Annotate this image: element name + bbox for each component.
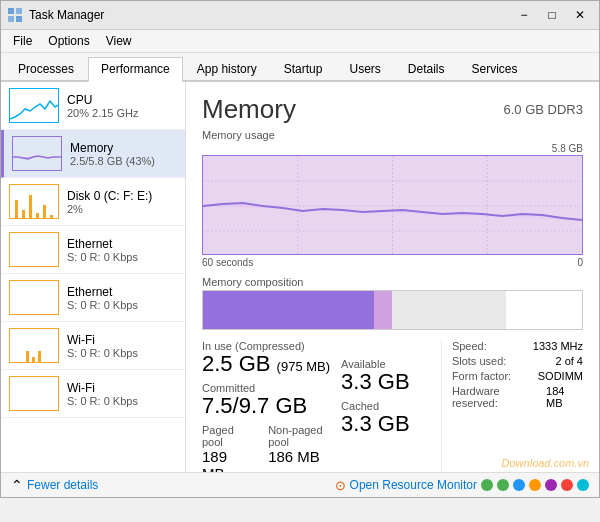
paged-pool-stat: Paged pool 189 MB bbox=[202, 424, 248, 472]
time-label-right: 0 bbox=[577, 257, 583, 268]
chart-time-labels: 60 seconds 0 bbox=[202, 257, 583, 268]
tab-performance[interactable]: Performance bbox=[88, 57, 183, 82]
ethernet1-subtitle: S: 0 R: 0 Kbps bbox=[67, 251, 177, 263]
pool-stats: Paged pool 189 MB Non-paged pool 186 MB bbox=[202, 424, 333, 472]
composition-bar bbox=[202, 290, 583, 330]
middle-stats: Available 3.3 GB Cached 3.3 GB bbox=[341, 340, 433, 472]
menu-view[interactable]: View bbox=[98, 32, 140, 50]
memory-subtitle: 2.5/5.8 GB (43%) bbox=[70, 155, 177, 167]
nonpaged-pool-label: Non-paged pool bbox=[268, 424, 333, 448]
maximize-button[interactable]: □ bbox=[539, 5, 565, 25]
svg-rect-6 bbox=[29, 195, 32, 218]
paged-pool-value: 189 MB bbox=[202, 448, 248, 472]
open-resource-monitor-link[interactable]: Open Resource Monitor bbox=[350, 478, 477, 492]
wifi1-subtitle: S: 0 R: 0 Kbps bbox=[67, 347, 177, 359]
speed-label: Speed: bbox=[452, 340, 487, 352]
ethernet2-subtitle: S: 0 R: 0 Kbps bbox=[67, 299, 177, 311]
minimize-button[interactable]: − bbox=[511, 5, 537, 25]
svg-rect-1 bbox=[16, 8, 22, 14]
detail-title: Memory bbox=[202, 94, 296, 125]
svg-rect-15 bbox=[38, 351, 41, 362]
comp-modified bbox=[374, 291, 393, 329]
title-bar: Task Manager − □ ✕ bbox=[1, 1, 599, 30]
status-dot-6 bbox=[561, 479, 573, 491]
speed-value: 1333 MHz bbox=[533, 340, 583, 352]
ethernet1-title: Ethernet bbox=[67, 237, 177, 251]
sidebar-item-ethernet1[interactable]: Ethernet S: 0 R: 0 Kbps bbox=[1, 226, 185, 274]
wifi1-graph bbox=[9, 328, 59, 363]
wifi2-subtitle: S: 0 R: 0 Kbps bbox=[67, 395, 177, 407]
svg-rect-4 bbox=[15, 200, 18, 218]
menu-bar: File Options View bbox=[1, 30, 599, 53]
menu-options[interactable]: Options bbox=[40, 32, 97, 50]
chart-max-label: 5.8 GB bbox=[552, 143, 583, 154]
usage-chart-container: Memory usage 5.8 GB bbox=[202, 129, 583, 268]
nonpaged-pool-stat: Non-paged pool 186 MB bbox=[268, 424, 333, 472]
cpu-info: CPU 20% 2.15 GHz bbox=[67, 93, 177, 119]
usage-label: Memory usage bbox=[202, 129, 583, 141]
svg-rect-3 bbox=[16, 16, 22, 22]
sidebar-item-memory[interactable]: Memory 2.5/5.8 GB (43%) bbox=[1, 130, 185, 178]
status-dot-1 bbox=[481, 479, 493, 491]
ethernet2-info: Ethernet S: 0 R: 0 Kbps bbox=[67, 285, 177, 311]
svg-rect-7 bbox=[36, 213, 39, 218]
formfactor-value: SODIMM bbox=[538, 370, 583, 382]
status-dot-2 bbox=[497, 479, 509, 491]
sidebar-item-wifi2[interactable]: Wi-Fi S: 0 R: 0 Kbps bbox=[1, 370, 185, 418]
window-title: Task Manager bbox=[29, 8, 104, 22]
paged-pool-label: Paged pool bbox=[202, 424, 248, 448]
hwreserved-stat: Hardware reserved: 184 MB bbox=[452, 385, 583, 409]
svg-rect-8 bbox=[43, 205, 46, 218]
available-stat: Available 3.3 GB bbox=[341, 358, 433, 394]
sidebar-item-wifi1[interactable]: Wi-Fi S: 0 R: 0 Kbps bbox=[1, 322, 185, 370]
usage-chart bbox=[202, 155, 583, 255]
svg-rect-9 bbox=[50, 215, 53, 218]
detail-header: Memory 6.0 GB DDR3 bbox=[202, 94, 583, 125]
tabs: Processes Performance App history Startu… bbox=[1, 53, 599, 82]
close-button[interactable]: ✕ bbox=[567, 5, 593, 25]
fewer-details-link[interactable]: Fewer details bbox=[27, 478, 98, 492]
cpu-graph bbox=[9, 88, 59, 123]
wifi2-info: Wi-Fi S: 0 R: 0 Kbps bbox=[67, 381, 177, 407]
wifi1-info: Wi-Fi S: 0 R: 0 Kbps bbox=[67, 333, 177, 359]
cached-stat: Cached 3.3 GB bbox=[341, 400, 433, 436]
status-dot-3 bbox=[513, 479, 525, 491]
ethernet2-graph bbox=[9, 280, 59, 315]
sidebar: CPU 20% 2.15 GHz Memory 2.5/5.8 GB (43%) bbox=[1, 82, 186, 472]
tab-processes[interactable]: Processes bbox=[5, 57, 87, 80]
svg-rect-14 bbox=[26, 351, 29, 362]
disk-graph bbox=[9, 184, 59, 219]
wifi2-title: Wi-Fi bbox=[67, 381, 177, 395]
menu-file[interactable]: File bbox=[5, 32, 40, 50]
tab-startup[interactable]: Startup bbox=[271, 57, 336, 80]
formfactor-stat: Form factor: SODIMM bbox=[452, 370, 583, 382]
svg-rect-11 bbox=[10, 281, 59, 315]
detail-panel: Memory 6.0 GB DDR3 Memory usage 5.8 GB bbox=[186, 82, 599, 472]
detail-type: 6.0 GB DDR3 bbox=[504, 102, 583, 117]
time-label-left: 60 seconds bbox=[202, 257, 253, 268]
sidebar-item-disk[interactable]: Disk 0 (C: F: E:) 2% bbox=[1, 178, 185, 226]
svg-rect-10 bbox=[10, 233, 59, 267]
sidebar-item-ethernet2[interactable]: Ethernet S: 0 R: 0 Kbps bbox=[1, 274, 185, 322]
disk-subtitle: 2% bbox=[67, 203, 177, 215]
left-stats: In use (Compressed) 2.5 GB (975 MB) Comm… bbox=[202, 340, 333, 472]
inuse-stat: In use (Compressed) 2.5 GB (975 MB) bbox=[202, 340, 333, 376]
tab-services[interactable]: Services bbox=[459, 57, 531, 80]
cpu-subtitle: 20% 2.15 GHz bbox=[67, 107, 177, 119]
resource-monitor-icon: ⊙ bbox=[335, 478, 346, 493]
status-dot-7 bbox=[577, 479, 589, 491]
tab-users[interactable]: Users bbox=[336, 57, 393, 80]
status-dots bbox=[481, 479, 589, 491]
memory-info: Memory 2.5/5.8 GB (43%) bbox=[70, 141, 177, 167]
svg-rect-13 bbox=[32, 357, 35, 362]
main-content: CPU 20% 2.15 GHz Memory 2.5/5.8 GB (43%) bbox=[1, 82, 599, 472]
hwreserved-label: Hardware reserved: bbox=[452, 385, 546, 409]
ethernet2-title: Ethernet bbox=[67, 285, 177, 299]
tab-app-history[interactable]: App history bbox=[184, 57, 270, 80]
tab-details[interactable]: Details bbox=[395, 57, 458, 80]
slots-label: Slots used: bbox=[452, 355, 506, 367]
comp-standby bbox=[392, 291, 506, 329]
title-bar-left: Task Manager bbox=[7, 7, 104, 23]
title-bar-controls: − □ ✕ bbox=[511, 5, 593, 25]
sidebar-item-cpu[interactable]: CPU 20% 2.15 GHz bbox=[1, 82, 185, 130]
